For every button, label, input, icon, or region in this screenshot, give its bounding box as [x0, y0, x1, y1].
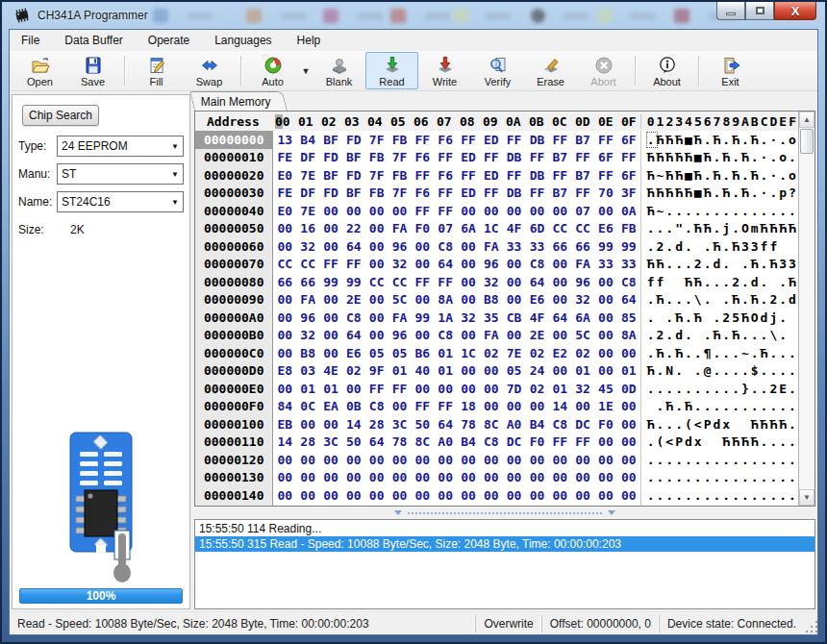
byte-cell[interactable]: 00: [342, 382, 365, 396]
byte-cell[interactable]: 8A: [434, 292, 457, 307]
byte-cell[interactable]: CC: [548, 221, 571, 235]
byte-cell[interactable]: FF: [571, 434, 594, 449]
byte-cell[interactable]: E6: [342, 346, 365, 360]
byte-cell[interactable]: F6: [411, 186, 434, 200]
byte-cell[interactable]: 1A: [434, 310, 457, 325]
ascii-cell[interactable]: .Ћ.Ћ..¶...~.Ћ...: [640, 344, 798, 362]
byte-cell[interactable]: BF: [342, 186, 365, 200]
name-select[interactable]: ST24C16 ▼: [57, 191, 184, 212]
byte-cell[interactable]: 7F: [388, 150, 412, 164]
byte-cell[interactable]: 00: [503, 399, 526, 413]
byte-cell[interactable]: 00: [411, 292, 434, 307]
byte-cell[interactable]: 00: [319, 221, 342, 235]
byte-cell[interactable]: 00: [594, 204, 617, 218]
byte-cell[interactable]: 00: [365, 204, 388, 218]
byte-cell[interactable]: 6F: [617, 133, 640, 147]
hex-row[interactable]: 00000020E07EBFFD7FFBFFF6FFEDFFDBFFB7FF6F…: [195, 166, 798, 185]
byte-cell[interactable]: FF: [526, 186, 549, 200]
byte-cell[interactable]: C8: [526, 257, 549, 271]
byte-cell[interactable]: 00: [273, 346, 296, 360]
byte-cell[interactable]: 00: [388, 453, 412, 467]
byte-cell[interactable]: E8: [273, 363, 296, 378]
byte-cell[interactable]: E6: [594, 221, 617, 235]
byte-cell[interactable]: 96: [388, 239, 412, 254]
byte-cell[interactable]: 00: [526, 488, 549, 503]
byte-cell[interactable]: FF: [434, 275, 457, 289]
maximize-button[interactable]: [745, 2, 774, 20]
byte-cell[interactable]: FF: [388, 382, 412, 396]
byte-cell[interactable]: 14: [548, 399, 571, 413]
byte-cell[interactable]: 33: [503, 239, 526, 254]
byte-cell[interactable]: FD: [342, 168, 365, 183]
byte-cell[interactable]: 00: [296, 453, 319, 467]
byte-cell[interactable]: 00: [503, 204, 526, 218]
hex-row[interactable]: 000000500016002200FAF0076A1C4F6DCCCCE6FB…: [195, 220, 798, 238]
byte-cell[interactable]: 00: [617, 417, 640, 432]
chevron-down-icon[interactable]: ▼: [167, 198, 183, 207]
ascii-cell[interactable]: ................: [640, 469, 798, 487]
byte-cell[interactable]: E0: [273, 168, 296, 183]
ascii-cell[interactable]: .2.d. .Ћ.Ћ33ff: [640, 237, 798, 256]
byte-cell[interactable]: C8: [342, 310, 365, 325]
ascii-cell[interactable]: ЋЋЋЋЋ■Ћ.Ћ.Ћ.·.p?: [640, 185, 798, 203]
byte-cell[interactable]: CC: [388, 275, 412, 289]
byte-cell[interactable]: 02: [480, 346, 503, 360]
byte-cell[interactable]: 00: [365, 328, 388, 342]
byte-cell[interactable]: 00: [319, 346, 342, 360]
save-button[interactable]: Save: [66, 52, 119, 89]
byte-cell[interactable]: FA: [388, 221, 412, 235]
log-line[interactable]: 15:55:50 114 Reading...: [195, 521, 814, 536]
ascii-cell[interactable]: ................: [640, 451, 798, 469]
byte-cell[interactable]: 00: [457, 275, 480, 289]
byte-cell[interactable]: 00: [503, 292, 526, 307]
byte-cell[interactable]: 99: [617, 239, 640, 254]
byte-cell[interactable]: C8: [617, 275, 640, 289]
byte-cell[interactable]: 4F: [526, 310, 549, 325]
byte-cell[interactable]: 7E: [296, 204, 319, 218]
byte-cell[interactable]: 32: [480, 275, 503, 289]
byte-cell[interactable]: 00: [617, 453, 640, 467]
byte-cell[interactable]: 14: [342, 417, 365, 432]
byte-cell[interactable]: CB: [503, 310, 526, 325]
byte-cell[interactable]: 3C: [388, 417, 412, 432]
chevron-down-icon[interactable]: ▼: [167, 170, 183, 179]
byte-cell[interactable]: 00: [571, 488, 594, 503]
byte-cell[interactable]: 00: [571, 453, 594, 467]
byte-cell[interactable]: 16: [296, 221, 319, 235]
byte-cell[interactable]: 01: [434, 363, 457, 378]
byte-cell[interactable]: 64: [548, 310, 571, 325]
byte-cell[interactable]: 4F: [503, 221, 526, 235]
byte-cell[interactable]: 01: [571, 363, 594, 378]
hex-row[interactable]: 000000F0840CEA0BC800FFFF1800000014001E00…: [195, 398, 798, 416]
byte-cell[interactable]: 00: [365, 257, 388, 271]
byte-cell[interactable]: FF: [594, 133, 617, 147]
byte-cell[interactable]: 01: [434, 346, 457, 360]
byte-cell[interactable]: 00: [617, 434, 640, 449]
byte-cell[interactable]: 00: [457, 363, 480, 378]
byte-cell[interactable]: B7: [571, 168, 594, 183]
byte-cell[interactable]: 00: [388, 204, 412, 218]
hex-grid[interactable]: Address 000102030405060708090A0B0C0D0E0F…: [194, 111, 815, 507]
byte-cell[interactable]: 00: [548, 292, 571, 307]
byte-cell[interactable]: FF: [457, 133, 480, 147]
byte-cell[interactable]: FF: [411, 275, 434, 289]
byte-cell[interactable]: FA: [388, 310, 412, 325]
byte-cell[interactable]: F6: [434, 133, 457, 147]
byte-cell[interactable]: DC: [503, 434, 526, 449]
scroll-up-icon[interactable]: ▲: [799, 111, 814, 128]
tab-main-memory[interactable]: Main Memory: [189, 91, 288, 111]
byte-cell[interactable]: 00: [434, 470, 457, 484]
byte-cell[interactable]: FF: [503, 133, 526, 147]
byte-cell[interactable]: 00: [480, 488, 503, 503]
byte-cell[interactable]: B4: [457, 434, 480, 449]
address-cell[interactable]: 00000150: [195, 505, 273, 507]
byte-cell[interactable]: 4E: [319, 363, 342, 378]
byte-cell[interactable]: 32: [388, 257, 412, 271]
hex-row[interactable]: 0000015000000000000000000000000000000000…: [195, 505, 798, 507]
byte-cell[interactable]: 96: [388, 328, 412, 342]
byte-cell[interactable]: 50: [342, 434, 365, 449]
byte-cell[interactable]: 7F: [388, 186, 412, 200]
byte-cell[interactable]: 35: [480, 310, 503, 325]
byte-cell[interactable]: CC: [571, 221, 594, 235]
byte-cell[interactable]: 00: [319, 204, 342, 218]
